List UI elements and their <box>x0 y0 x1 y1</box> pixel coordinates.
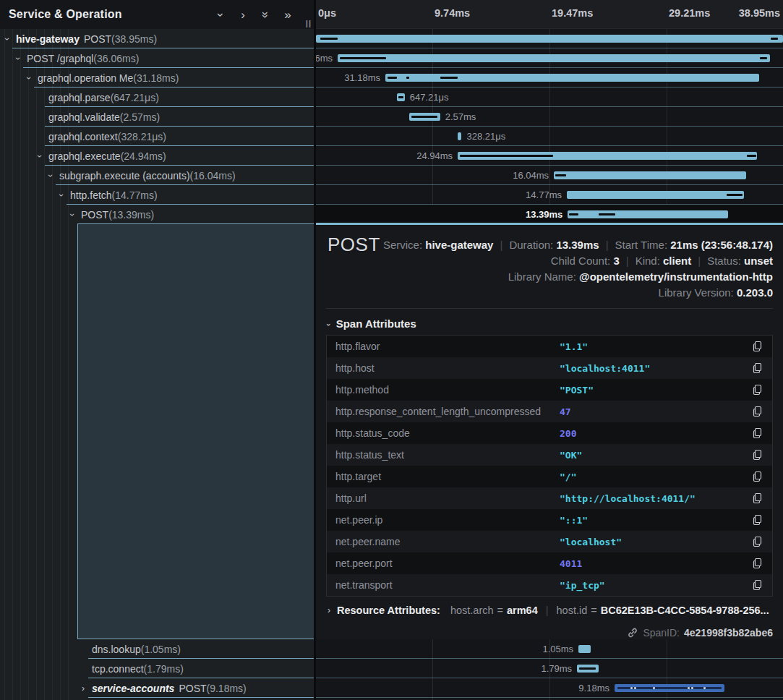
bar-duration-label: 16.04ms <box>513 170 549 181</box>
span-duration: (328.21μs) <box>118 131 166 142</box>
child-span-mark <box>599 213 615 215</box>
timeline-row[interactable]: 14.77ms <box>316 185 783 205</box>
attribute-key: http.status_text <box>335 449 560 461</box>
span-duration: (9.18ms) <box>207 683 247 694</box>
copy-icon[interactable] <box>750 492 763 505</box>
chevron-down-icon[interactable]: › <box>2 38 12 40</box>
span-row-service-accounts-post[interactable]: ›service-accountsPOST (9.18ms) <box>0 678 314 698</box>
span-attributes-toggle[interactable]: ›Span Attributes <box>328 317 416 330</box>
meta-value: @opentelemetry/instrumentation-http <box>579 270 773 283</box>
timeline-row[interactable]: 9.18ms <box>316 678 783 698</box>
attribute-key: http.response_content_length_uncompresse… <box>335 406 560 417</box>
link-icon[interactable] <box>627 627 638 639</box>
meta-label: Duration: <box>509 239 556 251</box>
expand-one-level-icon[interactable]: › <box>237 9 249 21</box>
span-bar[interactable] <box>554 171 746 179</box>
span-duration: (2.57ms) <box>120 111 160 123</box>
span-bar[interactable] <box>316 35 783 43</box>
span-row-graphql-execute[interactable]: ›graphql.execute (24.94ms) <box>0 146 314 166</box>
operation-name: graphql.context <box>48 131 118 142</box>
copy-icon[interactable] <box>750 579 763 592</box>
chevron-down-icon[interactable]: › <box>67 213 77 216</box>
copy-icon[interactable] <box>750 448 763 461</box>
panel-resize-handle[interactable]: || <box>306 19 312 27</box>
expand-all-icon[interactable]: » <box>282 9 294 21</box>
span-bar[interactable] <box>567 191 744 199</box>
ruler-tick-label: 19.47ms <box>552 7 593 19</box>
copy-icon[interactable] <box>750 470 763 483</box>
meta-label: Status: <box>707 255 744 267</box>
timeline-row[interactable]: 2.57ms <box>316 107 783 127</box>
timeline-row[interactable]: 1.05ms <box>316 639 783 659</box>
copy-icon[interactable] <box>750 535 763 548</box>
copy-icon[interactable] <box>750 340 763 353</box>
operation-name: graphql.parse <box>48 92 111 103</box>
attribute-row-http-flavor: http.flavor"1.1" <box>327 336 772 357</box>
chevron-down-icon[interactable]: › <box>13 57 23 60</box>
row-separator <box>316 697 783 698</box>
attribute-value: "OK" <box>560 450 750 461</box>
chevron-down-icon[interactable]: › <box>46 174 56 177</box>
bar-duration-label: 328.21μs <box>466 131 505 142</box>
span-row-dns-lookup[interactable]: dns.lookup (1.05ms) <box>0 639 314 659</box>
copy-icon[interactable] <box>750 557 763 570</box>
attribute-key: net.peer.ip <box>335 514 560 526</box>
span-row-graphql-validate[interactable]: graphql.validate (2.57ms) <box>0 107 314 127</box>
span-bar[interactable] <box>578 645 591 653</box>
span-row-post-graphql[interactable]: ›POST /graphql (36.06ms) <box>0 48 314 68</box>
copy-icon[interactable] <box>750 383 763 396</box>
operation-name: graphql.operation Me <box>38 72 133 84</box>
meta-separator: | <box>546 605 549 616</box>
copy-icon[interactable] <box>750 513 763 526</box>
attribute-key: http.url <box>335 492 560 504</box>
copy-icon[interactable] <box>750 405 763 418</box>
child-span-mark <box>579 667 596 670</box>
collapse-one-level-icon[interactable]: › <box>215 9 227 20</box>
collapse-all-icon[interactable]: » <box>260 9 272 20</box>
span-row-http-fetch[interactable]: ›http.fetch (14.77ms) <box>0 185 314 205</box>
attribute-row-http-response-content-length-uncompressed: http.response_content_length_uncompresse… <box>327 401 772 422</box>
meta-separator: | <box>606 239 609 251</box>
span-bar[interactable] <box>568 210 728 218</box>
chevron-down-icon[interactable]: › <box>56 194 67 197</box>
attribute-row-net-peer-port: net.peer.port4011 <box>327 552 772 574</box>
bar-duration-label: 24.94ms <box>416 150 453 161</box>
span-row-tcp-connect[interactable]: tcp.connect (1.79ms) <box>0 659 314 678</box>
attribute-value: "1.1" <box>560 341 750 352</box>
bar-duration-label: 13.39ms <box>526 209 562 220</box>
chevron-down-icon: › <box>325 323 333 326</box>
span-bar[interactable] <box>338 54 770 62</box>
span-bar[interactable] <box>458 132 461 140</box>
copy-icon[interactable] <box>750 362 763 375</box>
operation-name: http.fetch <box>70 189 112 201</box>
span-row-post[interactable]: ›POST (13.39ms) <box>0 205 314 224</box>
timeline-row[interactable]: 328.21μs <box>316 127 783 146</box>
timeline-row[interactable]: 1.79ms <box>316 659 783 678</box>
span-duration: (13.39ms) <box>108 209 154 221</box>
span-row-graphql-operation-me[interactable]: ›graphql.operation Me (31.18ms) <box>0 68 314 88</box>
resource-attributes-label: Resource Attributes: <box>337 605 440 616</box>
copy-icon[interactable] <box>750 427 763 440</box>
span-row-graphql-parse[interactable]: graphql.parse (647.21μs) <box>0 88 314 107</box>
span-row-hive-gateway-post[interactable]: ›hive-gatewayPOST (38.95ms) <box>0 29 314 48</box>
timeline-row[interactable] <box>316 29 783 48</box>
span-row-graphql-context[interactable]: graphql.context (328.21μs) <box>0 127 314 146</box>
span-id-row: SpanID: 4e21998f3b82abe6 <box>627 627 773 639</box>
operation-name: POST <box>81 209 108 221</box>
chevron-down-icon[interactable]: › <box>35 155 45 158</box>
resource-attributes-toggle[interactable]: ›Resource Attributes:host.arch=arm64|hos… <box>328 605 773 616</box>
timeline-row[interactable]: 16.04ms <box>316 166 783 185</box>
timeline-row[interactable]: 647.21μs <box>316 88 783 107</box>
meta-label: Child Count: <box>551 255 614 267</box>
timeline-row[interactable]: 13.39ms <box>316 205 783 224</box>
panel-divider[interactable] <box>314 0 316 700</box>
attribute-row-net-peer-ip: net.peer.ip"::1" <box>327 509 772 531</box>
span-row-subgraph-execute-accounts[interactable]: ›subgraph.execute (accounts) (16.04ms) <box>0 166 314 185</box>
service-name: hive-gateway <box>16 33 80 45</box>
timeline-row[interactable]: 36.06ms <box>316 48 783 68</box>
timeline-row[interactable]: 24.94ms <box>316 146 783 166</box>
event-dot <box>691 687 693 689</box>
chevron-right-icon[interactable]: › <box>82 683 85 693</box>
chevron-down-icon[interactable]: › <box>24 77 34 80</box>
timeline-row[interactable]: 31.18ms <box>316 68 783 88</box>
